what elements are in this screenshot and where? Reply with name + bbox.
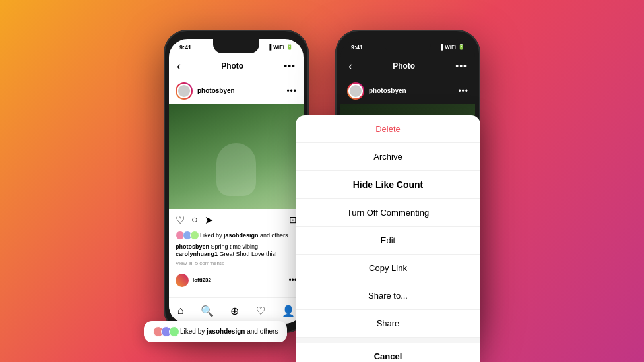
- menu-item-cancel[interactable]: Cancel: [296, 343, 480, 363]
- notch-left: [213, 39, 259, 53]
- tooltip-avatar-3: [169, 326, 179, 337]
- phone-left-screen: 9:41 ▐ WiFi 🔋 ‹ Photo ••• photosbyen •••…: [169, 39, 304, 324]
- page-title-right: Photo: [393, 61, 415, 71]
- profile-tab[interactable]: 👤: [282, 305, 295, 317]
- avatar-right: [347, 82, 364, 100]
- page-title-left: Photo: [221, 61, 243, 71]
- time-left: 9:41: [179, 44, 191, 51]
- liked-text-left: Liked by jasohdesign and others: [200, 232, 288, 239]
- liked-by-left: Liked by jasohdesign and others: [169, 231, 304, 243]
- back-button-right[interactable]: ‹: [348, 59, 352, 73]
- notch-right: [385, 39, 431, 53]
- post-username-left: photosbyen: [197, 87, 282, 94]
- home-tab[interactable]: ⌂: [177, 305, 184, 317]
- like-icon[interactable]: ♡: [176, 214, 185, 226]
- liked-by-tooltip: Liked by jasohdesign and others: [144, 321, 287, 342]
- menu-item-share-to[interactable]: Share to...: [296, 282, 480, 310]
- time-right: 9:41: [351, 44, 363, 51]
- tooltip-avatars: [153, 326, 177, 337]
- post-menu-right[interactable]: •••: [458, 86, 468, 96]
- liked-avatar-3: [190, 231, 199, 240]
- tab-bar-left: ⌂ 🔍 ⊕ ♡ 👤: [169, 297, 304, 324]
- action-bar-left: ♡ ○ ➤ ⊡: [169, 209, 304, 231]
- share-icon[interactable]: ➤: [205, 214, 213, 226]
- menu-button-left[interactable]: •••: [284, 61, 296, 71]
- menu-item-turn-off-commenting[interactable]: Turn Off Commenting: [296, 199, 480, 227]
- status-icons-left: ▐ WiFi 🔋: [268, 44, 293, 50]
- tooltip-text: Liked by jasohdesign and others: [180, 328, 278, 335]
- menu-item-archive[interactable]: Archive: [296, 143, 480, 171]
- nav-bar-right: ‹ Photo •••: [340, 55, 475, 78]
- menu-item-share[interactable]: Share: [296, 310, 480, 338]
- comment-icon[interactable]: ○: [191, 214, 198, 226]
- commenter-avatar: [176, 274, 189, 287]
- plus-tab[interactable]: ⊕: [230, 305, 239, 317]
- commenter-username: lofti232: [193, 277, 211, 283]
- menu-button-right[interactable]: •••: [455, 61, 467, 71]
- search-tab[interactable]: 🔍: [201, 305, 214, 317]
- phone-left: 9:41 ▐ WiFi 🔋 ‹ Photo ••• photosbyen •••…: [164, 30, 309, 333]
- context-menu: Delete Archive Hide Like Count Turn Off …: [296, 115, 480, 363]
- menu-item-delete[interactable]: Delete: [296, 115, 480, 143]
- menu-item-copy-link[interactable]: Copy Link: [296, 255, 480, 282]
- liked-avatars-left: [176, 231, 197, 240]
- nav-bar-left: ‹ Photo •••: [169, 55, 304, 78]
- status-icons-right: ▐ WiFi 🔋: [439, 44, 465, 50]
- post-username-right: photosbyen: [369, 87, 453, 94]
- post-image-left: [169, 104, 304, 209]
- menu-item-edit[interactable]: Edit: [296, 227, 480, 255]
- avatar-left: [176, 82, 193, 100]
- back-button-left[interactable]: ‹: [177, 59, 181, 73]
- menu-item-hide-like[interactable]: Hide Like Count: [296, 171, 480, 199]
- post-header-right: photosbyen •••: [340, 78, 475, 104]
- phone-right: 9:41 ▐ WiFi 🔋 ‹ Photo ••• photosbyen •••…: [335, 30, 480, 333]
- caption-left: photosbyen Spring time vibing carolynhua…: [169, 243, 304, 260]
- heart-tab[interactable]: ♡: [256, 305, 265, 317]
- post-header-left: photosbyen •••: [169, 78, 304, 104]
- view-comments-left[interactable]: View all 5 comments: [169, 260, 304, 270]
- post-menu-left[interactable]: •••: [286, 86, 297, 96]
- comment-input-left: lofti232 •••: [169, 270, 304, 290]
